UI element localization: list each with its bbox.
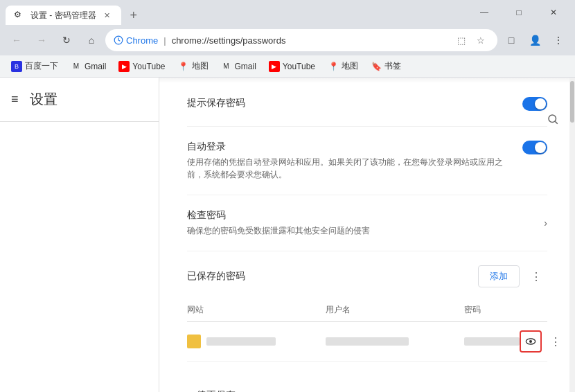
bookmark-star-icon[interactable]: ☆ [472,32,489,48]
auto-login-toggle[interactable] [522,141,547,154]
close-button[interactable]: ✕ [538,3,569,22]
settings-page-title: 设置 [30,90,57,109]
profile-button[interactable]: 👤 [524,29,546,51]
auto-login-action [522,141,547,154]
extension-button[interactable]: □ [500,29,522,51]
bookmark-maps2-label: 地图 [342,60,358,72]
bookmark-gmail1[interactable]: M Gmail [65,58,112,75]
check-password-desc: 确保您的密码免受数据泄露和其他安全问题的侵害 [187,224,533,237]
reveal-password-button[interactable] [520,330,542,353]
svg-point-3 [549,115,556,123]
check-password-info: 检查密码 确保您的密码免受数据泄露和其他安全问题的侵害 [187,209,544,237]
content-area: 提示保存密码 自动登录 使用存储的凭据自动登录网站和应用。如果关闭了该功能，在您… [159,83,575,392]
column-username: 用户名 [326,304,464,316]
home-button[interactable]: ⌂ [80,29,103,51]
save-prompt-title: 提示保存密码 [187,97,511,109]
browser-actions: □ 👤 ⋮ [500,29,569,51]
check-password-arrow: › [544,217,547,229]
bookmark-youtube1-label: YouTube [132,62,165,71]
title-bar: ⚙ 设置 - 密码管理器 ✕ + — □ ✕ [0,0,575,25]
scroll-shadow [159,78,575,83]
auto-login-title: 自动登录 [187,141,511,153]
site-favicon [187,335,201,348]
gmail2-icon: M [221,61,232,72]
forward-button[interactable]: → [30,29,53,51]
bookmark-maps1[interactable]: 📍 地图 [172,58,214,75]
settings-header: ≡ 设置 [0,78,159,122]
column-password: 密码 [464,304,547,316]
saved-passwords-title: 已保存的密码 [187,270,245,283]
url-bar[interactable]: Chrome | chrome://settings/passwords ⬚ ☆ [105,29,497,51]
back-button[interactable]: ← [6,29,28,51]
saved-passwords-section: 已保存的密码 添加 ⋮ 网站 用户名 密码 [187,251,547,375]
menu-button[interactable]: ⋮ [547,29,569,51]
save-prompt-toggle[interactable] [522,97,547,111]
bookmark-youtube2[interactable]: ▶ YouTube [263,58,321,75]
active-tab[interactable]: ⚙ 设置 - 密码管理器 ✕ [6,6,121,25]
bookmarks-bar: B 百度一下 M Gmail ▶ YouTube 📍 地图 M Gmail ▶ … [0,55,575,78]
page-content: ≡ 设置 提示保存密码 自动登录 [0,78,575,392]
save-prompt-setting: 提示保存密码 [187,83,547,127]
password-row: ⋮ [187,322,547,362]
bookmark-baidu[interactable]: B 百度一下 [6,58,64,75]
save-prompt-info: 提示保存密码 [187,97,511,112]
auto-login-setting: 自动登录 使用存储的凭据自动登录网站和应用。如果关闭了该功能，在您每次登录网站或… [187,127,547,195]
protocol-label: Chrome [126,35,158,46]
bookmark-gmail1-label: Gmail [85,62,106,71]
scroll-track[interactable] [569,78,575,392]
password-blurred [464,337,520,346]
refresh-button[interactable]: ↻ [55,29,78,51]
table-header: 网站 用户名 密码 [187,299,547,322]
add-password-button[interactable]: 添加 [478,265,520,287]
maps1-icon: 📍 [178,61,189,72]
settings-search-button[interactable] [542,108,564,130]
saved-passwords-more-button[interactable]: ⋮ [525,265,547,287]
row-more-button[interactable]: ⋮ [545,330,567,353]
saved-passwords-header: 已保存的密码 添加 ⋮ [187,265,547,287]
tab-area: ⚙ 设置 - 密码管理器 ✕ + [6,0,468,25]
bookmark-gmail2-label: Gmail [235,62,256,71]
maps2-icon: 📍 [328,61,339,72]
gmail1-icon: M [71,61,82,72]
minimize-button[interactable]: — [468,3,500,22]
user-cell [326,337,464,346]
bookmarks-icon: 🔖 [371,61,382,72]
never-save-title: 一律不保存 [187,389,547,392]
url-actions: ⬚ ☆ [453,32,489,48]
auto-login-info: 自动登录 使用存储的凭据自动登录网站和应用。如果关闭了该功能，在您每次登录网站或… [187,141,511,181]
new-tab-button[interactable]: + [124,6,143,25]
bookmark-youtube1[interactable]: ▶ YouTube [113,58,170,75]
passwords-table: 网站 用户名 密码 [187,299,547,362]
youtube2-icon: ▶ [269,61,280,72]
youtube1-icon: ▶ [118,61,130,72]
pass-cell [464,337,520,346]
check-password-section[interactable]: 检查密码 确保您的密码免受数据泄露和其他安全问题的侵害 › [187,195,547,251]
scroll-thumb[interactable] [570,81,574,123]
bookmark-gmail2[interactable]: M Gmail [215,58,262,75]
cast-icon[interactable]: ⬚ [453,32,470,48]
tab-favicon: ⚙ [14,10,25,21]
tab-title: 设置 - 密码管理器 [30,10,96,21]
svg-line-4 [555,121,557,123]
site-cell [187,335,326,348]
window-controls: — □ ✕ [468,3,569,22]
site-name-blurred [206,337,276,346]
tab-close-button[interactable]: ✕ [102,10,113,21]
bookmark-bookmarks[interactable]: 🔖 书签 [365,58,407,75]
column-site: 网站 [187,304,326,316]
hamburger-icon[interactable]: ≡ [11,92,19,107]
auto-login-desc: 使用存储的凭据自动登录网站和应用。如果关闭了该功能，在您每次登录网站或应用之前，… [187,156,511,181]
maximize-button[interactable]: □ [503,3,535,22]
bookmark-baidu-label: 百度一下 [25,60,58,72]
check-password-title: 检查密码 [187,209,544,222]
main-content: 提示保存密码 自动登录 使用存储的凭据自动登录网站和应用。如果关闭了该功能，在您… [159,78,575,392]
bookmark-maps2[interactable]: 📍 地图 [322,58,364,75]
address-bar: ← → ↻ ⌂ Chrome | chrome://settings/passw… [0,25,575,55]
settings-sidebar: ≡ 设置 [0,78,159,392]
save-prompt-action [522,97,547,111]
svg-point-2 [529,340,532,343]
username-blurred [326,337,409,346]
never-save-section: 一律不保存 [187,375,547,392]
baidu-icon: B [11,61,22,72]
url-text: chrome://settings/passwords [172,35,448,46]
